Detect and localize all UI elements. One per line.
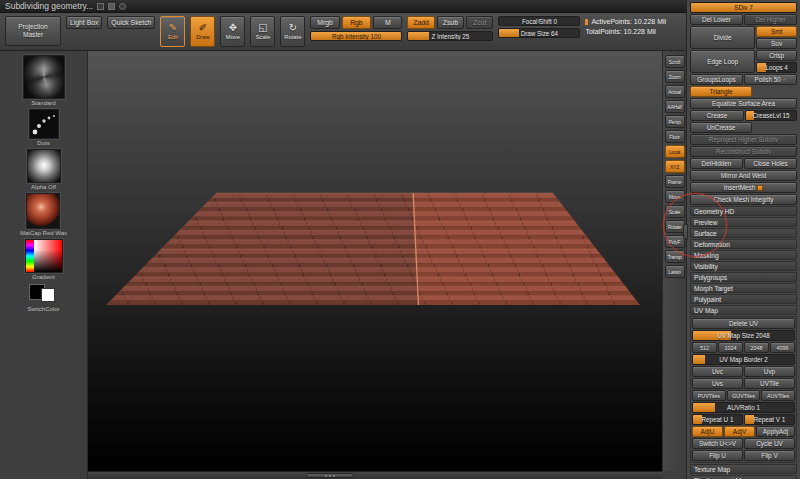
subpalette-header[interactable]: Surface <box>690 228 797 238</box>
titlebar-icon-2[interactable] <box>108 3 115 10</box>
uvtile-button[interactable]: UVTile <box>744 378 795 389</box>
draw-size-slider[interactable]: Draw Size 64 <box>498 28 580 38</box>
shelf-button[interactable]: XYZ <box>665 160 685 173</box>
secondary-color-swatch[interactable] <box>41 288 55 302</box>
close-holes-button[interactable]: Close Holes <box>744 158 797 169</box>
horizontal-scrollbar[interactable] <box>88 471 662 479</box>
groups-loops-button[interactable]: GroupsLoops <box>690 74 743 85</box>
subpalette-header[interactable]: Polygroups <box>690 272 797 282</box>
uv-size-preset-button[interactable]: 4096 <box>770 342 795 353</box>
switch-color[interactable] <box>27 283 61 305</box>
crease-level-slider[interactable]: CreaseLvl 15 <box>745 110 797 121</box>
shelf-button[interactable]: Lasso <box>665 265 685 278</box>
uv-map-header[interactable]: UV Map <box>690 305 797 315</box>
adj-v-button[interactable]: AdjV <box>724 426 755 437</box>
shelf-button[interactable]: Actual <box>665 85 685 98</box>
uv-size-preset-button[interactable]: 2048 <box>744 342 769 353</box>
repeat-v-slider[interactable]: Repeat V 1 <box>744 414 795 425</box>
quick-sketch-button[interactable]: Quick Sketch <box>107 16 155 29</box>
guvtiles-button[interactable]: GUVTiles <box>727 390 761 401</box>
edit-mode-button[interactable]: ✎ Edit <box>160 16 185 47</box>
scrollbar-handle[interactable] <box>306 473 354 478</box>
rotate-mode-button[interactable]: ↻ Rotate <box>280 16 305 47</box>
shelf-button[interactable]: Local <box>665 145 685 158</box>
crease-button[interactable]: Crease <box>690 110 744 121</box>
shelf-button[interactable]: Zoom <box>665 70 685 83</box>
hue-strip[interactable] <box>26 240 34 272</box>
polish-slider[interactable]: Polish 50 ○ <box>744 74 797 85</box>
shelf-button[interactable]: Floor <box>665 130 685 143</box>
insert-mesh-picker-icon[interactable] <box>757 185 763 191</box>
saturation-field[interactable] <box>34 240 62 272</box>
uv-size-preset-button[interactable]: 1024 <box>718 342 743 353</box>
auv-ratio-slider[interactable]: AUVRatio 1 <box>692 402 795 413</box>
uncrease-button[interactable]: UnCrease <box>690 122 752 133</box>
light-box-button[interactable]: Light Box <box>66 16 102 29</box>
titlebar-icon-1[interactable] <box>97 3 104 10</box>
subpalette-header[interactable]: Masking <box>690 250 797 260</box>
insert-mesh-button[interactable]: InsertMesh <box>690 182 797 193</box>
subpalette-header[interactable]: Deformation <box>690 239 797 249</box>
uvp-button[interactable]: Uvp <box>744 366 795 377</box>
rgb-intensity-slider[interactable]: Rgb Intensity 100 <box>310 31 402 41</box>
triangle-button[interactable]: Triangle <box>690 86 752 97</box>
m-toggle[interactable]: M <box>373 16 402 29</box>
current-brush-thumbnail[interactable] <box>23 55 65 99</box>
uv-map-border-slider[interactable]: UV Map Border 2 <box>692 354 795 365</box>
shelf-button[interactable]: Frame <box>665 175 685 188</box>
reconstruct-subdiv-button[interactable]: Reconstruct Subdiv <box>690 146 797 157</box>
shelf-button[interactable]: PolyF <box>665 235 685 248</box>
alpha-thumbnail[interactable] <box>27 149 61 183</box>
puvtiles-button[interactable]: PUVTiles <box>692 390 726 401</box>
shelf-button[interactable]: Rotate <box>665 220 685 233</box>
uv-size-preset-button[interactable]: 512 <box>692 342 717 353</box>
mirror-and-weld-button[interactable]: Mirror And Weld <box>690 170 797 181</box>
shelf-button[interactable]: Scroll <box>665 55 685 68</box>
shelf-button[interactable]: Scale <box>665 205 685 218</box>
material-thumbnail[interactable] <box>26 193 60 229</box>
shelf-button[interactable]: AAHalf <box>665 100 685 113</box>
del-hidden-button[interactable]: DelHidden <box>690 158 743 169</box>
switch-uv-button[interactable]: Switch U<>V <box>692 438 743 449</box>
z-intensity-slider[interactable]: Z Intensity 25 <box>407 31 493 41</box>
titlebar-icon-3[interactable] <box>119 3 126 10</box>
apply-adj-button[interactable]: ApplyAdj <box>756 426 795 437</box>
zcut-toggle[interactable]: Zcut <box>466 16 493 29</box>
uvs-button[interactable]: Uvs <box>692 378 743 389</box>
subpalette-header[interactable]: Geometry HD <box>690 206 797 216</box>
displacement-map-header[interactable]: Displacement Map <box>690 475 797 479</box>
stroke-thumbnail[interactable] <box>29 109 59 139</box>
uvc-button[interactable]: Uvc <box>692 366 743 377</box>
subpalette-header[interactable]: Polypaint <box>690 294 797 304</box>
adj-u-button[interactable]: AdjU <box>692 426 723 437</box>
edge-loop-button[interactable]: Edge Loop <box>690 50 755 73</box>
shelf-button[interactable]: Persp <box>665 115 685 128</box>
divide-button[interactable]: Divide <box>690 26 755 49</box>
focal-shift-slider[interactable]: Focal Shift 0 <box>498 16 580 26</box>
subpalette-header[interactable]: Morph Target <box>690 283 797 293</box>
auvtiles-button[interactable]: AUVTiles <box>761 390 795 401</box>
viewport-canvas[interactable] <box>88 51 662 471</box>
reproject-higher-subdiv-button[interactable]: Reproject Higher Subdiv <box>690 134 797 145</box>
equalize-surface-area-button[interactable]: Equalize Surface Area <box>690 98 797 109</box>
texture-map-header[interactable]: Texture Map <box>690 464 797 474</box>
sdiv-slider[interactable]: SDiv 7 <box>690 2 797 13</box>
smt-toggle[interactable]: Smt <box>756 26 797 37</box>
shelf-button[interactable]: Transp <box>665 250 685 263</box>
del-lower-button[interactable]: Del Lower <box>690 14 743 25</box>
cycle-uv-button[interactable]: Cycle UV <box>744 438 795 449</box>
polish-mode-circle-icon[interactable]: ○ <box>783 77 787 83</box>
move-mode-button[interactable]: ✥ Move <box>220 16 245 47</box>
zadd-toggle[interactable]: Zadd <box>407 16 434 29</box>
flip-u-button[interactable]: Flip U <box>692 450 743 461</box>
uv-map-size-slider[interactable]: UV Map Size 2048 <box>692 330 795 341</box>
draw-mode-button[interactable]: ✐ Draw <box>190 16 215 47</box>
delete-uv-button[interactable]: Delete UV <box>692 318 795 329</box>
loops-slider[interactable]: Loops 4 <box>756 62 797 73</box>
color-picker[interactable] <box>25 239 63 273</box>
crisp-toggle[interactable]: Crisp <box>756 50 797 61</box>
check-mesh-integrity-button[interactable]: Check Mesh Integrity <box>690 194 797 205</box>
subpalette-header[interactable]: Visibility <box>690 261 797 271</box>
rgb-toggle[interactable]: Rgb <box>342 16 371 29</box>
tray-toggle-handle[interactable] <box>683 224 688 240</box>
